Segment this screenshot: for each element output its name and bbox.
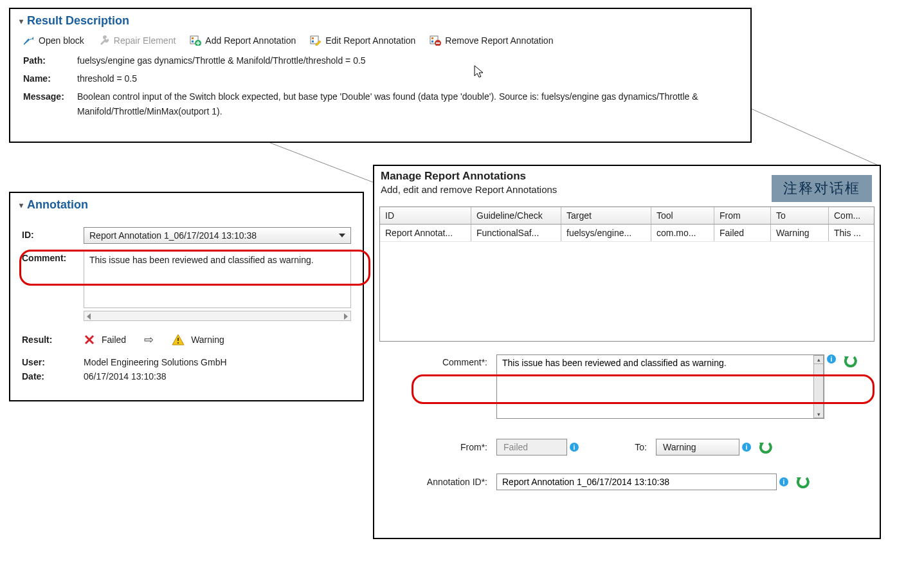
warning-icon — [172, 334, 185, 345]
revert-button[interactable] — [795, 475, 810, 488]
col-id[interactable]: ID — [380, 207, 471, 224]
panel-title: Result Description — [27, 14, 129, 28]
from-select: Failed — [496, 439, 567, 455]
info-icon[interactable]: i — [742, 443, 751, 452]
col-comment[interactable]: Com... — [829, 207, 874, 224]
chevron-down-icon — [339, 234, 345, 237]
report-remove-icon — [430, 35, 441, 46]
report-edit-icon — [310, 35, 322, 46]
svg-rect-16 — [177, 338, 179, 341]
collapse-icon: ▾ — [19, 17, 23, 26]
annotation-id-select[interactable]: Report Annotation 1_06/17/2014 13:10:38 — [84, 227, 351, 244]
user-value: Model Engineering Solutions GmbH — [84, 357, 227, 367]
repair-element-button: Repair Element — [98, 35, 176, 46]
open-block-icon — [23, 36, 35, 45]
result-description-header[interactable]: ▾ Result Description — [10, 9, 750, 32]
arrow-right-icon: ⇨ — [144, 333, 154, 347]
svg-rect-8 — [312, 37, 314, 39]
wrench-icon — [98, 35, 110, 46]
scroll-up-icon[interactable]: ▴ — [813, 355, 824, 364]
comment-input[interactable] — [496, 354, 824, 419]
open-block-button[interactable]: Open block — [23, 35, 84, 46]
svg-rect-14 — [436, 42, 440, 44]
svg-rect-9 — [312, 41, 314, 42]
failed-text: Failed — [102, 335, 126, 345]
annotations-table[interactable]: ID Guideline/Check Target Tool From To C… — [379, 207, 874, 342]
remove-annotation-button[interactable]: Remove Report Annotation — [430, 35, 553, 46]
svg-line-1 — [750, 108, 880, 166]
info-icon[interactable]: i — [570, 443, 579, 452]
edit-annotation-button[interactable]: Edit Report Annotation — [310, 35, 415, 46]
to-label: To: — [624, 442, 656, 452]
comment-textarea[interactable]: This issue has been reviewed and classif… — [84, 250, 351, 308]
col-to[interactable]: To — [771, 207, 829, 224]
date-value: 06/17/2014 13:10:38 — [84, 371, 166, 382]
report-add-icon — [190, 35, 201, 46]
message-value: Boolean control input of the Switch bloc… — [77, 89, 738, 120]
message-label: Message: — [23, 89, 77, 120]
comment-label: Comment*: — [413, 354, 496, 367]
comment-label: Comment: — [22, 250, 84, 263]
date-label: Date: — [22, 371, 84, 382]
path-label: Path: — [23, 53, 77, 69]
col-tool[interactable]: Tool — [651, 207, 714, 224]
revert-button[interactable] — [842, 354, 858, 367]
add-annotation-button[interactable]: Add Report Annotation — [190, 35, 296, 46]
from-label: From*: — [413, 442, 496, 452]
manage-annotations-dialog: Manage Report Annotations Add, edit and … — [373, 165, 881, 539]
result-label: Result: — [22, 335, 84, 345]
failed-icon — [84, 334, 95, 345]
horizontal-scrollbar[interactable] — [84, 311, 351, 321]
col-from[interactable]: From — [714, 207, 771, 224]
svg-rect-7 — [311, 36, 318, 44]
panel-title: Annotation — [27, 198, 88, 212]
annotation-panel: ▾ Annotation ID: Report Annotation 1_06/… — [9, 192, 364, 401]
table-header: ID Guideline/Check Target Tool From To C… — [380, 207, 874, 225]
annotation-id-label: Annotation ID*: — [413, 477, 496, 487]
annotation-header[interactable]: ▾ Annotation — [10, 193, 363, 216]
info-icon[interactable]: i — [827, 354, 836, 363]
id-label: ID: — [22, 227, 84, 240]
callout-label: 注释对话框 — [772, 175, 872, 202]
col-target[interactable]: Target — [561, 207, 651, 224]
path-value: fuelsys/engine gas dynamics/Throttle & M… — [77, 53, 738, 69]
annotation-id-input[interactable] — [496, 474, 777, 490]
warning-text: Warning — [191, 335, 224, 345]
svg-rect-12 — [431, 41, 433, 42]
svg-marker-2 — [24, 37, 33, 45]
name-label: Name: — [23, 71, 77, 87]
svg-line-0 — [270, 143, 374, 183]
name-value: threshold = 0.5 — [77, 71, 738, 87]
col-guideline[interactable]: Guideline/Check — [471, 207, 561, 224]
revert-button[interactable] — [757, 441, 773, 454]
user-label: User: — [22, 357, 84, 367]
table-row[interactable]: Report Annotat... FunctionalSaf... fuels… — [380, 225, 874, 242]
svg-rect-17 — [177, 342, 179, 344]
svg-rect-4 — [192, 37, 194, 39]
result-description-panel: ▾ Result Description Open block Repair E… — [9, 8, 752, 143]
collapse-icon: ▾ — [19, 201, 23, 210]
to-select[interactable]: Warning — [656, 439, 739, 455]
result-description-toolbar: Open block Repair Element Add Report Ann… — [10, 32, 750, 52]
svg-rect-11 — [431, 37, 433, 39]
info-icon[interactable]: i — [779, 477, 788, 486]
svg-rect-5 — [192, 41, 194, 42]
scroll-down-icon[interactable]: ▾ — [813, 364, 824, 418]
